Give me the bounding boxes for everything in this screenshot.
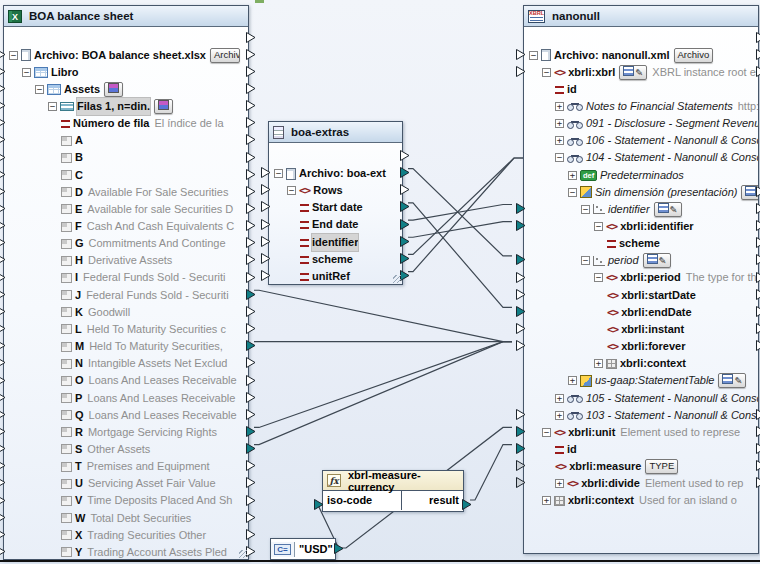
input-connector-xbrli_period[interactable] [516,251,526,262]
tree-row-xbrl[interactable]: −<>xbrli:xbrl✎XBRL instance root el [542,64,758,81]
output-connector-context2[interactable] [756,474,760,485]
tree-row-measure[interactable]: <>xbrli:measureTYPE [555,458,678,475]
collapse-box[interactable]: − [287,186,296,195]
output-connector-e[interactable] [246,183,256,194]
collapse-box[interactable]: − [48,102,57,111]
input-connector-enddate[interactable] [516,286,526,297]
output-connector-unit[interactable] [756,406,760,417]
output-connector-i[interactable] [246,251,256,262]
tree-row-n[interactable]: NIntangible Assets Net Exclud [61,355,227,372]
tree-row-context2[interactable]: +xbrli:contextUsed for an island o [542,492,737,509]
output-connector-y[interactable] [246,526,256,537]
constant-value[interactable]: "USD" [295,543,337,555]
collapse-box[interactable]: − [581,256,590,265]
input-connector-decimals[interactable] [261,267,271,278]
table-settings-button[interactable]: ✎ [643,253,671,268]
output-connector-identifier_dim[interactable] [756,183,760,194]
tree-row-identifier_dim[interactable]: −identifier✎ [581,201,682,218]
input-connector-instant[interactable] [516,303,526,314]
output-connector-filas[interactable] [246,80,256,91]
input-connector-b[interactable] [0,131,6,142]
input-connector-end[interactable] [261,198,271,209]
expand-box[interactable]: + [555,479,564,488]
output-connector-enddate[interactable] [756,286,760,297]
output-connector-archivo[interactable] [246,29,256,40]
output-connector-c[interactable] [246,149,256,160]
tree-row-notes[interactable]: +Notes to Financial Statementshttp:/ [555,98,758,115]
output-connector-d[interactable] [246,166,256,177]
output-connector-identifier[interactable] [400,216,410,227]
output-connector-libro[interactable] [246,46,256,57]
output-connector-o[interactable] [246,354,256,365]
output-connector-measure[interactable] [756,440,760,451]
input-connector-t[interactable] [0,440,6,451]
connection-line[interactable] [254,290,512,341]
connection-line[interactable] [408,205,512,221]
collapse-box[interactable]: − [529,51,538,60]
output-connector-rows[interactable] [400,164,410,175]
expand-box[interactable]: + [568,171,577,180]
tree-row-y[interactable]: YTrading Account Assets Pled [61,544,227,559]
tree-row-forever[interactable]: <>xbrli:forever [607,338,685,355]
component-boa-balance-sheet[interactable]: X BOA balance sheet −Archivo: BOA balanc… [3,5,249,560]
tree-row-t[interactable]: TPremises and Equipment [61,458,210,475]
input-connector-measure[interactable] [516,440,526,451]
table-options-button[interactable] [104,82,123,97]
input-connector-f[interactable] [0,200,6,211]
tree-row-unit[interactable]: −<>xbrli:unitElement used to represe [542,424,740,441]
input-connector-unitref[interactable] [261,250,271,261]
input-connector-y[interactable] [0,526,6,537]
input-connector-n[interactable] [0,337,6,348]
tree-row-archivo[interactable]: −Archivo: BOA balance sheet.xlsxArchivo [9,47,240,64]
tree-row-f[interactable]: FCash And Cash Equivalents C [61,218,234,235]
output-connector-v[interactable] [246,474,256,485]
input-connector-l[interactable] [0,303,6,314]
tree-row-assets[interactable]: −Assets [35,81,123,98]
table-settings-button[interactable]: ✎ [619,65,647,80]
collapse-box[interactable]: − [9,51,18,60]
input-connector-a[interactable] [0,114,6,125]
expand-box[interactable]: + [555,102,564,111]
input-connector-id[interactable] [516,63,526,74]
output-connector-t[interactable] [246,440,256,451]
component-boa-extras[interactable]: boa-extras −Archivo: boa-ext−<>RowsStart… [268,121,403,285]
tree-row-g[interactable]: GCommitments And Continge [61,235,226,252]
tree-row-s[interactable]: SOther Assets [61,441,150,458]
input-connector-o[interactable] [0,354,6,365]
input-connector-j[interactable] [0,269,6,280]
input-connector-v[interactable] [0,474,6,485]
output-connector-assets[interactable] [246,63,256,74]
input-connector-unit[interactable] [516,406,526,417]
tree-row-scheme[interactable]: scheme [607,235,660,252]
input-connector-u[interactable] [0,457,6,468]
tree-row-w[interactable]: WTotal Debt Securities [61,510,191,527]
output-connector-archivo[interactable] [400,147,410,158]
input-connector-start[interactable] [261,181,271,192]
tree-row-rows[interactable]: −<>Rows [287,182,343,199]
tree-row-pred[interactable]: +defPredeterminados [568,167,684,184]
output-connector-l[interactable] [246,303,256,314]
input-connector-numfila[interactable] [0,97,6,108]
tree-row-v[interactable]: VTime Deposits Placed And Sh [61,492,232,509]
input-connector-xbrli_identifier[interactable] [516,200,526,211]
input-connector-liabilities[interactable] [0,543,6,554]
collapse-box[interactable]: − [542,68,551,77]
input-connector-iso-code[interactable] [314,496,324,507]
function-output-result[interactable]: result [402,491,463,510]
input-connector-s[interactable] [0,423,6,434]
output-connector-start[interactable] [400,181,410,192]
output-connector-a[interactable] [246,114,256,125]
collapse-box[interactable]: − [35,85,44,94]
table-options-button[interactable] [154,99,173,114]
collapse-box[interactable]: − [555,153,564,162]
tree-row-k[interactable]: KGoodwill [61,304,130,321]
function-input-iso-code[interactable]: iso-code [323,491,402,510]
output-connector-b[interactable] [246,131,256,142]
connection-line[interactable] [470,445,512,500]
input-connector-xbrli_context[interactable] [516,337,526,348]
output-connector-instant[interactable] [756,303,760,314]
output-connector-k[interactable] [246,286,256,297]
tree-row-divide[interactable]: +<>xbrli:divideElement used to rep [555,475,743,492]
collapse-box[interactable]: − [594,273,603,282]
output-connector-usd[interactable] [334,543,344,554]
